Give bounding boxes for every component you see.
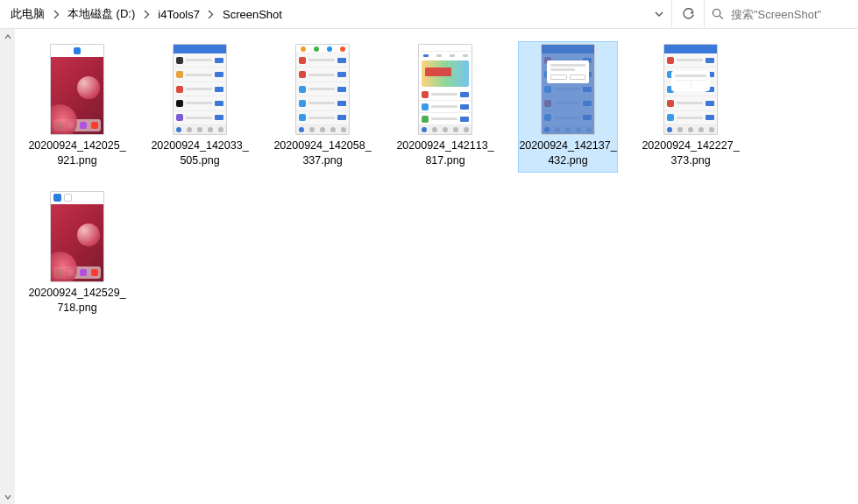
search-box[interactable]	[704, 0, 858, 28]
chevron-right-icon[interactable]	[50, 10, 62, 19]
address-toolbar: 此电脑 本地磁盘 (D:) i4Tools7 ScreenShot	[0, 0, 858, 29]
chevron-right-icon[interactable]	[205, 10, 217, 19]
explorer-body: 20200924_142025_921.png 20200924_142033_…	[0, 29, 858, 504]
breadcrumb-item-current[interactable]: ScreenShot	[217, 4, 287, 25]
file-pane[interactable]: 20200924_142025_921.png 20200924_142033_…	[15, 29, 858, 504]
file-name-label: 20200924_142058_337.png	[273, 138, 372, 168]
refresh-button[interactable]	[672, 0, 704, 28]
chevron-right-icon[interactable]	[140, 10, 152, 19]
svg-point-0	[713, 9, 720, 16]
scroll-down-button[interactable]	[0, 489, 15, 504]
file-name-label: 20200924_142137_432.png	[518, 138, 618, 168]
scroll-up-button[interactable]	[0, 29, 15, 44]
file-name-label: 20200924_142033_505.png	[150, 138, 250, 168]
file-thumbnail	[400, 44, 491, 135]
breadcrumb-item-root[interactable]: 此电脑	[5, 4, 50, 25]
file-item[interactable]: 20200924_142025_921.png	[27, 41, 127, 173]
breadcrumb-item-folder1[interactable]: i4Tools7	[152, 4, 205, 25]
search-input[interactable]	[731, 8, 851, 21]
file-thumbnail	[645, 44, 736, 135]
file-item[interactable]: 20200924_142137_432.png	[518, 41, 618, 173]
file-name-label: 20200924_142529_718.png	[27, 286, 127, 316]
history-dropdown-button[interactable]	[647, 0, 671, 28]
file-item[interactable]: 20200924_142033_505.png	[150, 41, 250, 173]
file-item[interactable]: 20200924_142113_817.png	[395, 41, 495, 173]
file-thumbnail	[277, 44, 368, 135]
vertical-scrollbar[interactable]	[0, 29, 15, 504]
search-icon	[712, 8, 724, 20]
file-item[interactable]: 20200924_142227_373.png	[641, 41, 741, 173]
file-item[interactable]: 20200924_142058_337.png	[273, 41, 372, 173]
file-name-label: 20200924_142113_817.png	[395, 138, 495, 168]
file-thumbnail	[522, 44, 613, 135]
file-item[interactable]: 20200924_142529_718.png	[27, 188, 127, 320]
file-name-label: 20200924_142227_373.png	[641, 138, 741, 168]
file-name-label: 20200924_142025_921.png	[27, 138, 127, 168]
file-grid: 20200924_142025_921.png 20200924_142033_…	[27, 41, 846, 320]
breadcrumb: 此电脑 本地磁盘 (D:) i4Tools7 ScreenShot	[0, 0, 647, 28]
file-thumbnail	[32, 191, 123, 282]
file-thumbnail	[32, 44, 123, 135]
breadcrumb-item-drive[interactable]: 本地磁盘 (D:)	[62, 4, 140, 25]
file-thumbnail	[154, 44, 245, 135]
